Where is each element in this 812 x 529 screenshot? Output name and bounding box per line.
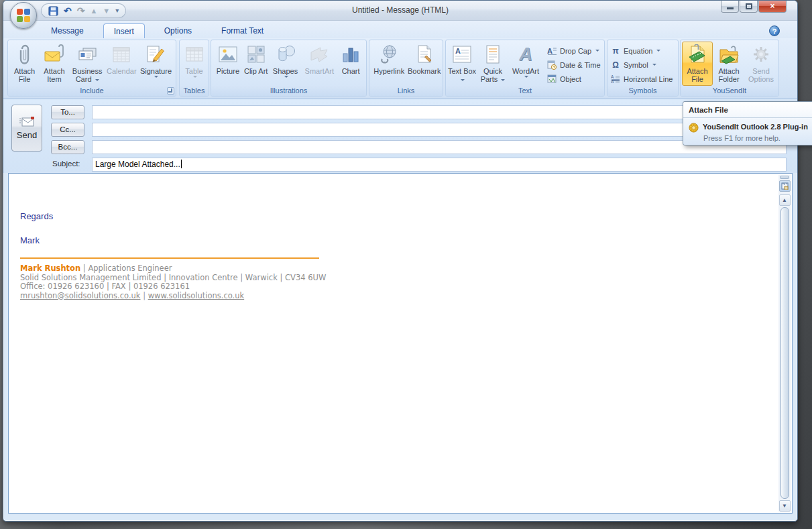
text-caret <box>181 160 182 168</box>
dropdown-arrow-icon <box>461 79 465 81</box>
attach-item-button[interactable]: Attach Item <box>40 42 68 86</box>
hyperlink-button[interactable]: Hyperlink <box>371 42 407 86</box>
dialog-launcher-include[interactable] <box>167 87 174 95</box>
next-item-button[interactable]: ▼ <box>103 6 110 15</box>
body-paragraph: Regards <box>20 211 792 221</box>
scroll-up-button[interactable]: ▲ <box>779 194 791 206</box>
dropdown-arrow-icon <box>154 76 158 78</box>
wordart-icon: A <box>514 44 537 65</box>
wordart-button[interactable]: A WordArt <box>509 42 542 86</box>
quick-parts-button[interactable]: Quick Parts <box>477 42 509 86</box>
redo-button[interactable]: ↷ <box>77 6 85 15</box>
yousendit-attach-folder-button[interactable]: Attach Folder <box>713 42 745 86</box>
smartart-button[interactable]: SmartArt <box>302 42 337 86</box>
attach-file-button[interactable]: Attach File <box>9 42 40 86</box>
send-envelope-icon <box>19 116 35 127</box>
chart-button[interactable]: Chart <box>337 42 365 86</box>
text-box-icon: A <box>451 44 473 65</box>
svg-text:A: A <box>547 47 553 55</box>
symbol-button[interactable]: Ω Symbol <box>607 58 678 72</box>
dropdown-arrow-icon <box>284 76 288 78</box>
dropdown-arrow-icon <box>652 64 656 66</box>
tab-format-text[interactable]: Format Text <box>211 23 274 38</box>
previous-item-button[interactable]: ▲ <box>90 6 97 15</box>
shapes-button[interactable]: Shapes <box>269 42 302 86</box>
ribbon-group-text: A Text Box Quick Parts A WordArt <box>445 40 605 97</box>
signature-name-line: Mark Rushton | Applications Engineer <box>20 264 792 274</box>
subject-label: Subject: <box>52 160 80 168</box>
bookmark-icon <box>413 44 436 65</box>
signature-phone-line: Office: 01926 623160 | FAX | 01926 62316… <box>20 282 792 292</box>
gear-icon <box>750 44 772 65</box>
customize-qat-button[interactable]: ▾ <box>115 6 119 15</box>
drop-cap-button[interactable]: A Drop Cap <box>544 44 601 58</box>
table-button[interactable]: Table <box>181 42 207 86</box>
minimize-button[interactable] <box>721 1 739 13</box>
signature-job-title: Applications Engineer <box>88 263 172 273</box>
scroll-down-button[interactable]: ▼ <box>779 500 791 512</box>
to-button[interactable]: To... <box>51 105 84 119</box>
tooltip-plugin-name: YouSendIt Outlook 2.8 Plug-in <box>703 123 808 131</box>
horizontal-line-icon: AA <box>610 74 621 84</box>
signature-company-line: Solid Solutions Management Limited | Inn… <box>20 274 792 283</box>
envelope-clip-icon <box>43 44 66 65</box>
tab-insert[interactable]: Insert <box>103 23 145 38</box>
signature-links-line: mrushton@solidsolutions.co.uk | www.soli… <box>20 292 792 301</box>
dropdown-arrow-icon <box>501 79 505 81</box>
horizontal-line-button[interactable]: AA Horizontal Line <box>607 72 678 86</box>
outlook-message-window: Untitled - Message (HTML) × ↶ ↷ ▲ ▼ ▾ <box>3 0 798 522</box>
scrollbar-thumb[interactable] <box>780 207 789 499</box>
tab-message[interactable]: Message <box>41 23 94 38</box>
view-ruler-button[interactable] <box>779 180 791 192</box>
yousendit-attach-file-button[interactable]: Attach File <box>682 42 713 86</box>
ribbon-group-illustrations: Picture Clip Art Shapes <box>211 40 367 97</box>
date-time-button[interactable]: Date & Time <box>544 58 601 72</box>
save-icon <box>48 6 58 16</box>
tooltip-title: Attach File <box>683 102 812 117</box>
calendar-icon <box>110 44 133 65</box>
text-box-button[interactable]: A Text Box <box>447 42 477 86</box>
help-button[interactable]: ? <box>769 25 780 36</box>
svg-text:A: A <box>611 79 614 83</box>
business-card-button[interactable]: Business Card <box>69 42 106 86</box>
tooltip-attach-file: Attach File YouSendIt Outlook 2.8 Plug-i… <box>683 101 812 145</box>
object-button[interactable]: Object <box>544 72 601 86</box>
quick-access-toolbar: ↶ ↷ ▲ ▼ ▾ <box>41 3 126 18</box>
cc-button[interactable]: Cc... <box>51 123 84 137</box>
close-button[interactable]: × <box>758 1 787 13</box>
equation-button[interactable]: π Equation <box>607 44 678 58</box>
split-handle[interactable] <box>780 176 789 179</box>
office-button[interactable] <box>10 2 37 29</box>
bookmark-button[interactable]: Bookmark <box>407 42 441 86</box>
group-label-text: Text <box>446 86 604 96</box>
table-icon <box>183 44 206 65</box>
maximize-button[interactable] <box>740 1 758 13</box>
dropdown-arrow-icon <box>193 76 197 78</box>
clip-art-button[interactable]: Clip Art <box>243 42 269 86</box>
send-options-button[interactable]: Send Options <box>745 42 777 86</box>
signature-button[interactable]: Signature <box>137 42 174 86</box>
quick-parts-icon <box>481 44 504 65</box>
desktop: Untitled - Message (HTML) × ↶ ↷ ▲ ▼ ▾ <box>0 0 812 529</box>
tab-options[interactable]: Options <box>154 23 202 38</box>
dropdown-arrow-icon <box>524 76 528 78</box>
svg-text:A: A <box>455 47 461 55</box>
smartart-icon <box>308 44 331 65</box>
send-button[interactable]: Send <box>11 105 42 152</box>
signature-website-link[interactable]: www.solidsolutions.co.uk <box>148 291 244 300</box>
office-logo-icon <box>17 9 30 22</box>
picture-button[interactable]: Picture <box>213 42 243 86</box>
pi-icon: π <box>610 46 621 56</box>
subject-field[interactable]: Large Model Attached... <box>92 158 787 172</box>
undo-button[interactable]: ↶ <box>64 6 72 15</box>
ribbon: Attach File Attach Item Business Card <box>3 38 797 99</box>
bcc-button[interactable]: Bcc... <box>51 140 84 154</box>
view-ruler-icon <box>781 182 789 190</box>
save-button[interactable] <box>48 6 58 16</box>
signature-email-link[interactable]: mrushton@solidsolutions.co.uk <box>20 291 141 300</box>
business-card-icon <box>76 44 99 65</box>
message-body[interactable]: Regards Mark Mark Rushton | Applications… <box>8 173 793 514</box>
calendar-button[interactable]: Calendar <box>106 42 137 86</box>
globe-link-icon <box>378 44 400 65</box>
group-label-tables: Tables <box>180 86 209 96</box>
